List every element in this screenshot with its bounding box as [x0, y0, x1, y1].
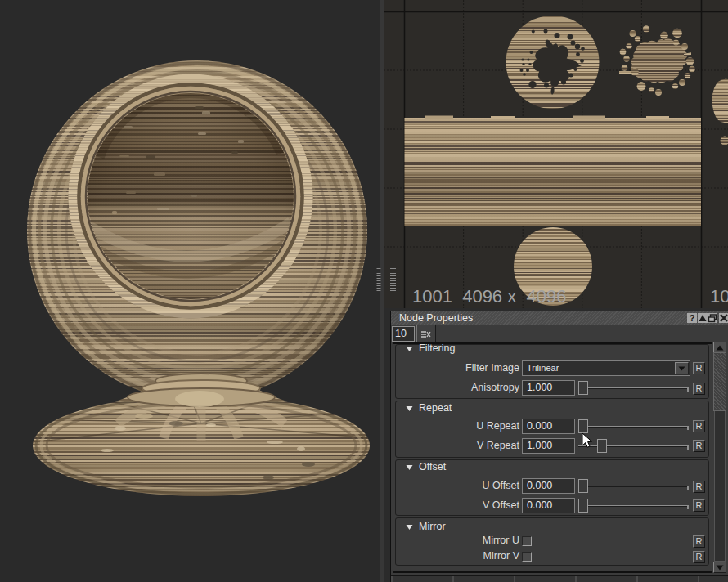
svg-text:?: ? [690, 313, 695, 323]
svg-text:100: 100 [710, 286, 728, 307]
svg-text:1001 4096 x 4096: 1001 4096 x 4096 [412, 286, 566, 307]
